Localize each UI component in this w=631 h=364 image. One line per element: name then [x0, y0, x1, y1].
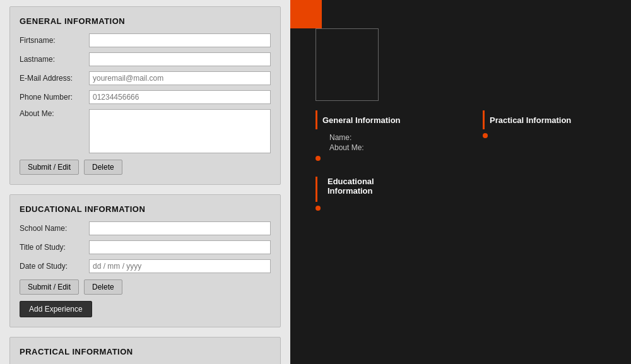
educational-info-section: EDUCATIONAL INFORMATION School Name: Tit… — [9, 194, 281, 327]
cv-educational-orange-bar — [316, 177, 317, 202]
cv-content: General Information Name: About Me: — [316, 110, 625, 226]
right-panel: User Profile General Information Name: A… — [290, 0, 631, 364]
practical-info-title: PRACTICAL INFORMATION — [20, 347, 271, 356]
phone-row: Phone Number: — [20, 90, 271, 104]
phone-label: Phone Number: — [20, 93, 89, 102]
cv-name-field: Name: — [329, 133, 457, 142]
title-study-row: Title of Study: — [20, 240, 271, 254]
cv-educational-dot — [316, 206, 321, 211]
educational-submit-button[interactable]: Submit / Edit — [20, 279, 79, 295]
date-study-input[interactable] — [89, 259, 271, 273]
general-info-buttons: Submit / Edit Delete — [20, 160, 271, 175]
school-name-label: School Name: — [20, 224, 89, 233]
phone-input[interactable] — [89, 90, 271, 104]
cv-practical-info: Practical Information — [483, 110, 625, 161]
cv-practical-orange-bar — [483, 110, 485, 129]
date-study-row: Date of Study: — [20, 259, 271, 273]
cv-practical-info-title: Practical Information — [490, 115, 571, 125]
cv-top-row: General Information Name: About Me: — [316, 110, 625, 161]
left-panel: GENERAL INFORMATION Firtsname: Lastname:… — [0, 0, 290, 364]
cv-educational-info: EducationalInformation — [316, 177, 625, 211]
practical-info-section: PRACTICAL INFORMATION Company Name: — [9, 337, 281, 364]
school-name-input[interactable] — [89, 221, 271, 235]
educational-delete-button[interactable]: Delete — [84, 279, 122, 295]
cv-about-field: About Me: — [329, 143, 457, 152]
cv-general-dot — [316, 156, 321, 161]
school-name-row: School Name: — [20, 221, 271, 235]
cv-general-orange-bar — [316, 110, 317, 129]
general-delete-button[interactable]: Delete — [84, 160, 122, 175]
educational-info-buttons: Submit / Edit Delete — [20, 279, 271, 295]
cv-general-info-header: General Information — [316, 110, 457, 129]
general-submit-button[interactable]: Submit / Edit — [20, 160, 79, 175]
email-input[interactable] — [89, 71, 271, 85]
general-info-section: GENERAL INFORMATION Firtsname: Lastname:… — [9, 6, 281, 185]
cv-practical-dot — [483, 133, 488, 138]
about-row: About Me: — [20, 109, 271, 153]
firstname-input[interactable] — [89, 33, 271, 47]
email-label: E-Mail Address: — [20, 74, 89, 83]
cv-educational-info-title: EducationalInformation — [327, 177, 374, 196]
firstname-label: Firtsname: — [20, 36, 89, 45]
lastname-row: Lastname: — [20, 52, 271, 66]
cv-general-info-title: General Information — [322, 115, 401, 125]
email-row: E-Mail Address: — [20, 71, 271, 85]
title-study-label: Title of Study: — [20, 243, 89, 252]
orange-accent-bar — [290, 0, 322, 28]
firstname-row: Firtsname: — [20, 33, 271, 47]
date-study-label: Date of Study: — [20, 262, 89, 271]
cv-practical-info-header: Practical Information — [483, 110, 625, 129]
lastname-input[interactable] — [89, 52, 271, 66]
title-study-input[interactable] — [89, 240, 271, 254]
lastname-label: Lastname: — [20, 55, 89, 64]
cv-bottom-row: EducationalInformation — [316, 177, 625, 211]
add-experience-button[interactable]: Add Experience — [20, 301, 92, 317]
educational-info-title: EDUCATIONAL INFORMATION — [20, 204, 271, 214]
cv-general-info: General Information Name: About Me: — [316, 110, 457, 161]
about-textarea[interactable] — [89, 109, 271, 153]
about-label: About Me: — [20, 109, 89, 118]
profile-photo-card — [316, 28, 379, 101]
general-info-title: GENERAL INFORMATION — [20, 16, 271, 26]
